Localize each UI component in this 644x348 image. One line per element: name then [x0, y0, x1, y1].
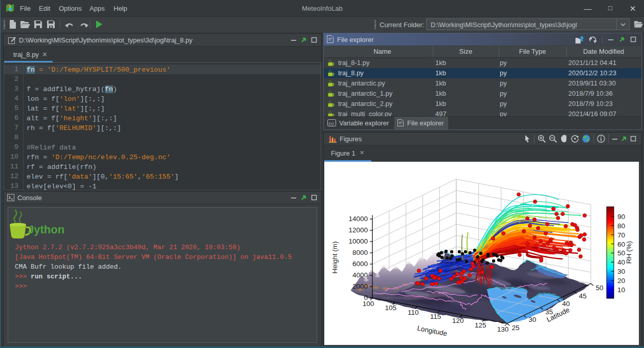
svg-text:20: 20	[617, 277, 625, 285]
svg-text:2000: 2000	[352, 282, 368, 290]
svg-text:45: 45	[579, 292, 587, 300]
svg-text:Height (m): Height (m)	[331, 241, 339, 273]
svg-text:6000: 6000	[352, 260, 368, 268]
svg-text:4000: 4000	[352, 271, 368, 279]
svg-text:60: 60	[617, 241, 625, 248]
svg-text:30: 30	[528, 316, 536, 323]
svg-text:40: 40	[617, 258, 625, 266]
svg-text:115: 115	[430, 313, 441, 320]
svg-text:125: 125	[475, 321, 486, 329]
svg-text:50: 50	[617, 249, 625, 257]
svg-text:Jython: Jython	[28, 223, 64, 236]
svg-text:130: 130	[497, 325, 509, 333]
svg-text:10000: 10000	[348, 237, 368, 245]
svg-text:80: 80	[617, 222, 625, 230]
svg-text:(x): (x)	[329, 121, 334, 126]
svg-text:8000: 8000	[352, 249, 368, 256]
svg-text:12000: 12000	[348, 226, 368, 234]
svg-text:50: 50	[595, 284, 603, 292]
svg-text:70: 70	[617, 231, 625, 239]
svg-text:90: 90	[617, 213, 625, 221]
svg-text:14000: 14000	[348, 215, 368, 223]
svg-text:RH (%): RH (%)	[625, 241, 633, 264]
svg-text:30: 30	[617, 268, 625, 275]
svg-text:100: 100	[363, 300, 374, 308]
svg-text:110: 110	[408, 309, 419, 316]
svg-text:25: 25	[512, 324, 519, 332]
svg-text:105: 105	[385, 304, 397, 312]
svg-text:120: 120	[452, 317, 464, 324]
svg-text:10: 10	[617, 286, 625, 294]
